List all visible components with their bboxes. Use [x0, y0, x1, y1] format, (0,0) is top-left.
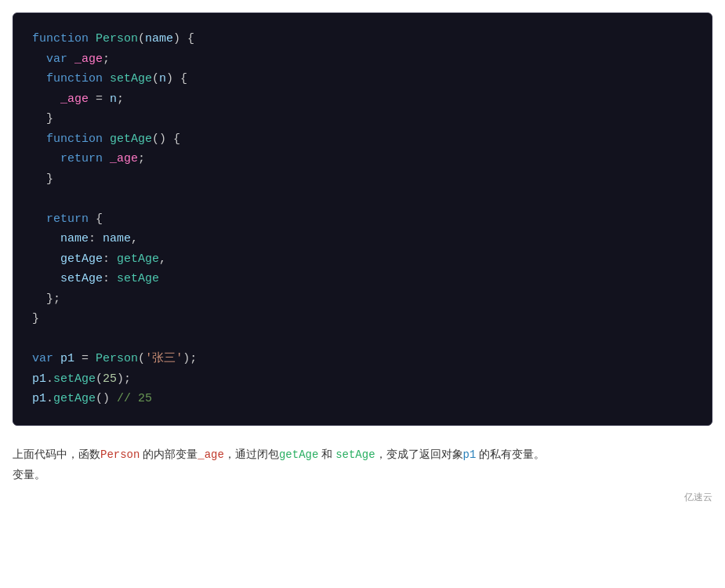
code-line-17: var p1 = Person('张三'); [32, 349, 693, 369]
desc-person: Person [100, 448, 140, 461]
code-line-11: name: name, [32, 229, 693, 249]
code-line-2: var _age; [32, 49, 693, 70]
description-text: 上面代码中，函数Person 的内部变量_age，通过闭包getAge 和 se… [13, 438, 712, 488]
desc-getAge: getAge [279, 448, 318, 461]
footer: 亿速云 [13, 491, 712, 504]
code-block: function Person(name) { var _age; functi… [13, 13, 712, 426]
code-line-5: } [32, 109, 693, 129]
code-line-3: function setAge(n) { [32, 69, 693, 89]
code-line-13: setAge: setAge [32, 269, 693, 289]
code-line-1: function Person(name) { [32, 29, 693, 49]
code-line-15: } [32, 309, 693, 329]
logo-text: 亿速云 [684, 491, 712, 504]
desc-text5: 的私有变量。 [476, 448, 545, 460]
code-line-7: return _age; [32, 149, 693, 169]
desc-text4: ，变成了返回对象 [375, 448, 463, 460]
code-line-6: function getAge() { [32, 129, 693, 150]
code-line-14: }; [32, 289, 693, 310]
desc-text1: 的内部变量 [140, 448, 198, 460]
code-line-4: _age = n; [32, 89, 693, 110]
desc-p1: p1 [463, 448, 477, 461]
desc-text2: ，通过闭包 [224, 448, 279, 460]
code-line-19: p1.getAge() // 25 [32, 389, 693, 409]
code-line-12: getAge: getAge, [32, 249, 693, 270]
desc-text3: 和 [318, 448, 332, 460]
page-wrapper: function Person(name) { var _age; functi… [0, 0, 725, 588]
code-line-10: return { [32, 209, 693, 230]
desc-age-var: _age [198, 448, 224, 461]
code-line-9 [32, 189, 693, 209]
code-line-8: } [32, 169, 693, 190]
code-line-18: p1.setAge(25); [32, 369, 693, 390]
desc-before: 上面代码中，函数 [13, 448, 100, 460]
code-line-16 [32, 329, 693, 350]
desc-setAge: setAge [335, 448, 375, 461]
